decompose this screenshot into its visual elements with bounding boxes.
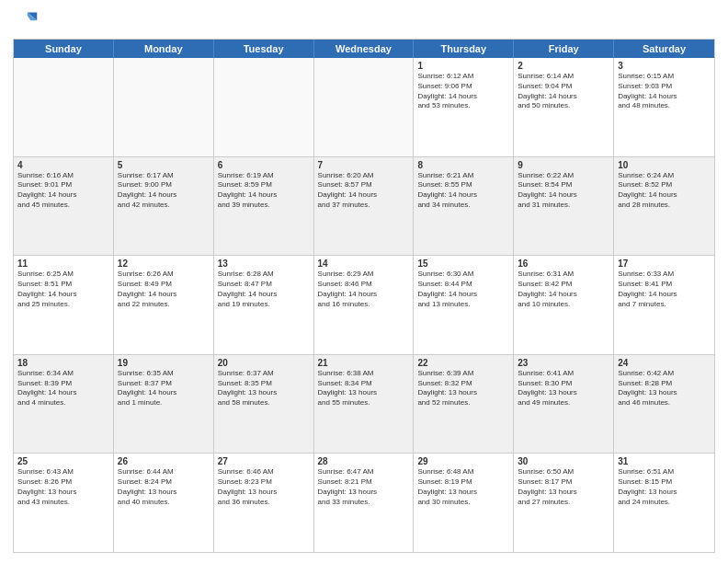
calendar-cell: 20Sunrise: 6:37 AM Sunset: 8:35 PM Dayli… [214, 355, 314, 454]
day-info: Sunrise: 6:44 AM Sunset: 8:24 PM Dayligh… [118, 467, 210, 507]
calendar-cell: 28Sunrise: 6:47 AM Sunset: 8:21 PM Dayli… [314, 454, 415, 552]
day-number: 14 [318, 259, 410, 269]
calendar-cell: 23Sunrise: 6:41 AM Sunset: 8:30 PM Dayli… [514, 355, 614, 454]
day-number: 31 [618, 456, 711, 466]
day-number: 27 [218, 456, 310, 466]
calendar: SundayMondayTuesdayWednesdayThursdayFrid… [13, 39, 715, 553]
day-info: Sunrise: 6:48 AM Sunset: 8:19 PM Dayligh… [417, 467, 509, 507]
day-info: Sunrise: 6:50 AM Sunset: 8:17 PM Dayligh… [518, 467, 609, 507]
calendar-cell [114, 58, 214, 156]
day-info: Sunrise: 6:29 AM Sunset: 8:46 PM Dayligh… [318, 270, 410, 309]
day-number: 4 [17, 160, 109, 170]
day-info: Sunrise: 6:41 AM Sunset: 8:30 PM Dayligh… [518, 369, 609, 408]
calendar-cell: 19Sunrise: 6:35 AM Sunset: 8:37 PM Dayli… [114, 355, 214, 454]
calendar-cell: 31Sunrise: 6:51 AM Sunset: 8:15 PM Dayli… [614, 454, 714, 552]
calendar-row: 18Sunrise: 6:34 AM Sunset: 8:39 PM Dayli… [14, 355, 714, 454]
day-number: 8 [417, 160, 509, 170]
calendar-row: 11Sunrise: 6:25 AM Sunset: 8:51 PM Dayli… [14, 256, 714, 355]
calendar-row: 25Sunrise: 6:43 AM Sunset: 8:26 PM Dayli… [14, 454, 714, 552]
day-info: Sunrise: 6:22 AM Sunset: 8:54 PM Dayligh… [518, 171, 609, 211]
calendar-cell: 13Sunrise: 6:28 AM Sunset: 8:47 PM Dayli… [214, 256, 314, 354]
day-info: Sunrise: 6:17 AM Sunset: 9:00 PM Dayligh… [118, 171, 210, 211]
day-info: Sunrise: 6:33 AM Sunset: 8:41 PM Dayligh… [618, 270, 711, 309]
calendar-header-cell: Sunday [14, 40, 114, 58]
calendar-cell: 5Sunrise: 6:17 AM Sunset: 9:00 PM Daylig… [114, 157, 214, 256]
calendar-cell: 6Sunrise: 6:19 AM Sunset: 8:59 PM Daylig… [214, 157, 314, 256]
day-number: 23 [518, 358, 609, 368]
day-info: Sunrise: 6:46 AM Sunset: 8:23 PM Dayligh… [218, 467, 310, 507]
day-info: Sunrise: 6:34 AM Sunset: 8:39 PM Dayligh… [17, 369, 109, 408]
calendar-cell: 11Sunrise: 6:25 AM Sunset: 8:51 PM Dayli… [14, 256, 114, 354]
day-number: 30 [518, 456, 609, 466]
calendar-header-cell: Wednesday [314, 40, 415, 58]
day-info: Sunrise: 6:30 AM Sunset: 8:44 PM Dayligh… [417, 270, 509, 309]
day-number: 7 [318, 160, 410, 170]
day-number: 6 [218, 160, 310, 170]
day-number: 1 [417, 61, 509, 71]
day-number: 20 [218, 358, 310, 368]
day-info: Sunrise: 6:15 AM Sunset: 9:03 PM Dayligh… [618, 72, 711, 111]
day-info: Sunrise: 6:16 AM Sunset: 9:01 PM Dayligh… [17, 171, 109, 211]
day-info: Sunrise: 6:31 AM Sunset: 8:42 PM Dayligh… [518, 270, 609, 309]
day-number: 19 [118, 358, 210, 368]
calendar-cell: 18Sunrise: 6:34 AM Sunset: 8:39 PM Dayli… [14, 355, 114, 454]
calendar-header-cell: Tuesday [214, 40, 314, 58]
calendar-cell: 22Sunrise: 6:39 AM Sunset: 8:32 PM Dayli… [414, 355, 514, 454]
header [13, 9, 715, 35]
calendar-cell: 27Sunrise: 6:46 AM Sunset: 8:23 PM Dayli… [214, 454, 314, 552]
calendar-cell: 9Sunrise: 6:22 AM Sunset: 8:54 PM Daylig… [514, 157, 614, 256]
calendar-header-cell: Saturday [614, 40, 714, 58]
calendar-cell: 21Sunrise: 6:38 AM Sunset: 8:34 PM Dayli… [314, 355, 415, 454]
calendar-cell: 17Sunrise: 6:33 AM Sunset: 8:41 PM Dayli… [614, 256, 714, 354]
day-number: 15 [417, 259, 509, 269]
calendar-header-cell: Friday [514, 40, 614, 58]
day-info: Sunrise: 6:39 AM Sunset: 8:32 PM Dayligh… [417, 369, 509, 408]
day-number: 10 [618, 160, 711, 170]
calendar-cell [14, 58, 114, 156]
day-number: 22 [417, 358, 509, 368]
day-info: Sunrise: 6:28 AM Sunset: 8:47 PM Dayligh… [218, 270, 310, 309]
day-number: 26 [118, 456, 210, 466]
calendar-cell: 29Sunrise: 6:48 AM Sunset: 8:19 PM Dayli… [414, 454, 514, 552]
calendar-cell: 24Sunrise: 6:42 AM Sunset: 8:28 PM Dayli… [614, 355, 714, 454]
logo-icon [13, 9, 39, 35]
day-number: 12 [118, 259, 210, 269]
calendar-header-cell: Monday [114, 40, 214, 58]
day-number: 25 [17, 456, 109, 466]
calendar-cell: 15Sunrise: 6:30 AM Sunset: 8:44 PM Dayli… [414, 256, 514, 354]
day-info: Sunrise: 6:47 AM Sunset: 8:21 PM Dayligh… [318, 467, 410, 507]
day-info: Sunrise: 6:24 AM Sunset: 8:52 PM Dayligh… [618, 171, 711, 211]
calendar-cell: 16Sunrise: 6:31 AM Sunset: 8:42 PM Dayli… [514, 256, 614, 354]
page: SundayMondayTuesdayWednesdayThursdayFrid… [0, 0, 728, 563]
day-number: 11 [17, 259, 109, 269]
day-number: 9 [518, 160, 609, 170]
day-number: 28 [318, 456, 410, 466]
day-info: Sunrise: 6:43 AM Sunset: 8:26 PM Dayligh… [17, 467, 109, 507]
calendar-cell [214, 58, 314, 156]
day-number: 18 [17, 358, 109, 368]
day-number: 3 [618, 61, 711, 71]
day-number: 16 [518, 259, 609, 269]
calendar-row: 1Sunrise: 6:12 AM Sunset: 9:06 PM Daylig… [14, 58, 714, 157]
calendar-header-row: SundayMondayTuesdayWednesdayThursdayFrid… [14, 40, 714, 58]
day-number: 2 [518, 61, 609, 71]
day-info: Sunrise: 6:37 AM Sunset: 8:35 PM Dayligh… [218, 369, 310, 408]
calendar-cell: 26Sunrise: 6:44 AM Sunset: 8:24 PM Dayli… [114, 454, 214, 552]
calendar-cell: 25Sunrise: 6:43 AM Sunset: 8:26 PM Dayli… [14, 454, 114, 552]
day-number: 24 [618, 358, 711, 368]
calendar-cell: 8Sunrise: 6:21 AM Sunset: 8:55 PM Daylig… [414, 157, 514, 256]
calendar-cell: 2Sunrise: 6:14 AM Sunset: 9:04 PM Daylig… [514, 58, 614, 156]
day-info: Sunrise: 6:26 AM Sunset: 8:49 PM Dayligh… [118, 270, 210, 309]
day-info: Sunrise: 6:25 AM Sunset: 8:51 PM Dayligh… [17, 270, 109, 309]
day-info: Sunrise: 6:38 AM Sunset: 8:34 PM Dayligh… [318, 369, 410, 408]
day-number: 17 [618, 259, 711, 269]
day-info: Sunrise: 6:21 AM Sunset: 8:55 PM Dayligh… [417, 171, 509, 211]
calendar-cell: 12Sunrise: 6:26 AM Sunset: 8:49 PM Dayli… [114, 256, 214, 354]
day-info: Sunrise: 6:42 AM Sunset: 8:28 PM Dayligh… [618, 369, 711, 408]
day-info: Sunrise: 6:12 AM Sunset: 9:06 PM Dayligh… [417, 72, 509, 111]
day-number: 21 [318, 358, 410, 368]
calendar-cell [314, 58, 415, 156]
day-number: 29 [417, 456, 509, 466]
logo [13, 9, 42, 35]
day-info: Sunrise: 6:14 AM Sunset: 9:04 PM Dayligh… [518, 72, 609, 111]
